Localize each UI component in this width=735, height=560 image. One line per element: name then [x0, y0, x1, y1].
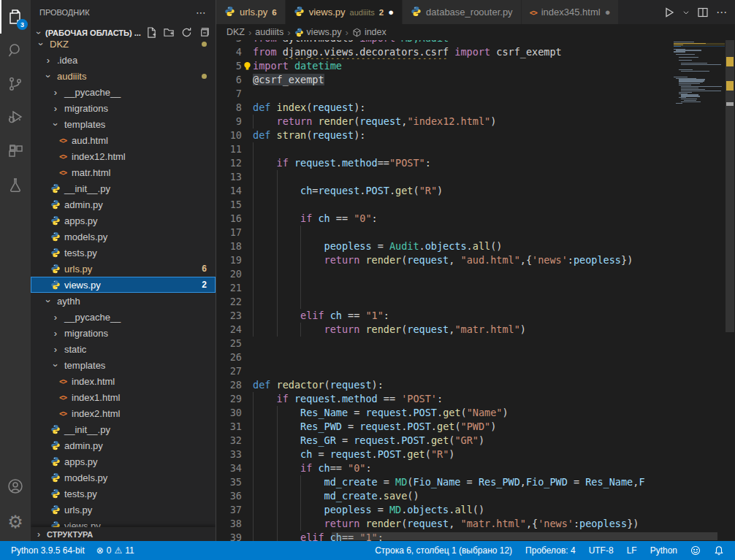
code-line-3[interactable]: 3from aythh.models import MD,Audit — [216, 40, 674, 45]
tree-item-views-py[interactable]: views.py — [31, 518, 216, 527]
run-python-file-icon[interactable] — [663, 7, 675, 18]
code-line-4[interactable]: 4from django.views.decorators.csrf impor… — [216, 45, 674, 59]
scrollbar[interactable] — [725, 40, 735, 541]
account-icon[interactable] — [0, 469, 31, 503]
tree-item--idea[interactable]: ›.idea — [31, 52, 216, 68]
dirty-dot-icon[interactable]: ● — [605, 7, 611, 17]
tree-item-admin-py[interactable]: admin.py — [31, 196, 216, 212]
code-line-9[interactable]: 9return render(request,"index12.html") — [216, 115, 674, 129]
code-line-24[interactable]: 24return render(request,"matr.html") — [216, 323, 674, 337]
run-debug-icon[interactable] — [0, 101, 31, 134]
tree-item-apps-py[interactable]: apps.py — [31, 212, 216, 229]
code-line-35[interactable]: 35md_create = MD(Fio_Name = Res_PWD,Fio_… — [216, 475, 674, 489]
source-control-icon[interactable] — [0, 67, 31, 101]
code-line-34[interactable]: 34if ch== "0": — [216, 461, 674, 475]
run-dropdown-chevron-icon[interactable] — [682, 7, 690, 18]
tree-item-admin-py[interactable]: admin.py — [31, 437, 216, 453]
tree-item-models-py[interactable]: models.py — [31, 229, 216, 245]
code-line-6[interactable]: 6@csrf_exempt — [216, 73, 674, 87]
tree-item-models-py[interactable]: models.py — [31, 469, 216, 486]
tree-item-aythh[interactable]: ›aythh — [31, 293, 216, 309]
feedback-icon[interactable] — [687, 545, 704, 556]
code-line-7[interactable]: 7 — [216, 87, 674, 101]
breadcrumb-item-dkz[interactable]: DKZ — [226, 27, 245, 37]
tree-item--init-py[interactable]: __init__.py — [31, 180, 216, 196]
code-line-15[interactable]: 15 — [216, 198, 674, 212]
tree-item-index1-html[interactable]: <>index1.html — [31, 389, 216, 405]
tab-views-py[interactable]: views.pyaudiiits2● — [286, 0, 403, 24]
code-line-17[interactable]: 17 — [216, 226, 674, 239]
notifications-bell-icon[interactable] — [710, 545, 728, 556]
split-editor-icon[interactable] — [697, 7, 709, 18]
code-line-21[interactable]: 21 — [216, 281, 674, 295]
settings-gear-icon[interactable]: ⚙ — [0, 503, 31, 541]
tree-item-urls-py[interactable]: urls.py — [31, 502, 216, 518]
lightbulb-icon[interactable] — [243, 61, 252, 71]
eol-sequence[interactable]: LF — [623, 545, 641, 556]
tab-urls-py[interactable]: urls.py6 — [216, 0, 286, 24]
tree-item-matr-html[interactable]: <>matr.html — [31, 164, 216, 180]
code-line-37[interactable]: 37peopless = MD.objects.all() — [216, 503, 674, 517]
tree-item-dkz[interactable]: ›DKZ — [31, 36, 216, 52]
tree-item--init-py[interactable]: __init__.py — [31, 421, 216, 437]
code-line-32[interactable]: 32Res_GR = request.POST.get("GR") — [216, 434, 674, 448]
code-line-33[interactable]: 33ch = request.POST.get("R") — [216, 448, 674, 461]
code-line-25[interactable]: 25 — [216, 337, 674, 350]
explorer-more-icon[interactable]: ⋯ — [196, 7, 207, 18]
tree-item--pycache-[interactable]: ›__pycache__ — [31, 309, 216, 325]
code-line-28[interactable]: 28def redactor(request): — [216, 378, 674, 392]
code-line-27[interactable]: 27 — [216, 364, 674, 378]
code-line-22[interactable]: 22 — [216, 295, 674, 309]
tree-item-tests-py[interactable]: tests.py — [31, 486, 216, 502]
code-line-19[interactable]: 19return render(request, "aud.html",{'ne… — [216, 253, 674, 267]
code-line-20[interactable]: 20 — [216, 267, 674, 281]
code-line-14[interactable]: 14ch=request.POST.get("R") — [216, 184, 674, 198]
code-editor[interactable]: 3from aythh.models import MD,Audit4from … — [216, 40, 735, 541]
tree-item-index-html[interactable]: <>index.html — [31, 373, 216, 389]
code-line-10[interactable]: 10def stran(request): — [216, 129, 674, 142]
code-line-11[interactable]: 11 — [216, 142, 674, 156]
testing-icon[interactable] — [0, 168, 31, 202]
tree-item-templates[interactable]: ›templates — [31, 357, 216, 373]
breadcrumb-item-audiiits[interactable]: audiiits — [255, 27, 283, 37]
language-mode[interactable]: Python — [647, 545, 681, 556]
breadcrumb-item-views-py[interactable]: views.py — [294, 27, 342, 37]
code-line-38[interactable]: 38return render(request, "matr.html",{'n… — [216, 517, 674, 531]
tree-item-views-py[interactable]: views.py2 — [31, 277, 216, 293]
tree-item-aud-html[interactable]: <>aud.html — [31, 132, 216, 148]
code-line-23[interactable]: 23elif ch == "1": — [216, 309, 674, 323]
tree-item-templates[interactable]: ›templates — [31, 116, 216, 132]
code-line-18[interactable]: 18peopless = Audit.objects.all() — [216, 239, 674, 253]
outline-section-header[interactable]: › СТРУКТУРА — [31, 527, 216, 541]
tree-item-index12-html[interactable]: <>index12.html — [31, 148, 216, 164]
code-line-26[interactable]: 26 — [216, 350, 674, 364]
encoding[interactable]: UTF-8 — [585, 545, 617, 556]
tree-item-tests-py[interactable]: tests.py — [31, 245, 216, 261]
code-line-31[interactable]: 31Res_PWD = request.POST.get("PWD") — [216, 420, 674, 434]
code-line-36[interactable]: 36md_create.save() — [216, 489, 674, 503]
extensions-icon[interactable] — [0, 134, 31, 168]
tree-item-audiiits[interactable]: ›audiiits — [31, 68, 216, 84]
code-line-12[interactable]: 12if request.method=="POST": — [216, 156, 674, 170]
indentation[interactable]: Пробелов: 4 — [522, 545, 579, 556]
code-line-8[interactable]: 8def index(request): — [216, 101, 674, 115]
code-line-5[interactable]: 5import datetime — [216, 59, 674, 73]
tree-item--pycache-[interactable]: ›__pycache__ — [31, 84, 216, 100]
cursor-position[interactable]: Строка 6, столбец 1 (выбрано 12) — [371, 545, 516, 556]
tree-item-urls-py[interactable]: urls.py6 — [31, 261, 216, 277]
explorer-icon[interactable]: 3 — [0, 0, 31, 34]
minimap[interactable] — [674, 40, 725, 541]
horizontal-scrollbar-thumb[interactable] — [332, 532, 717, 540]
tab-index345-html[interactable]: <>index345.html● — [522, 0, 620, 24]
code-line-13[interactable]: 13 — [216, 170, 674, 184]
python-interpreter[interactable]: Python 3.9.5 64-bit — [7, 545, 88, 556]
tree-item-index2-html[interactable]: <>index2.html — [31, 405, 216, 421]
code-line-29[interactable]: 29if request.method == 'POST': — [216, 392, 674, 406]
more-actions-icon[interactable]: ⋯ — [716, 6, 728, 19]
tree-item-apps-py[interactable]: apps.py — [31, 453, 216, 469]
problems-indicator[interactable]: ⊗0 ⚠11 — [93, 545, 138, 556]
tree-item-static[interactable]: ›static — [31, 341, 216, 357]
breadcrumb-item-index[interactable]: index — [352, 27, 386, 37]
tree-item-migrations[interactable]: ›migrations — [31, 100, 216, 116]
tab-database-roouter-py[interactable]: database_roouter.py — [403, 0, 522, 24]
